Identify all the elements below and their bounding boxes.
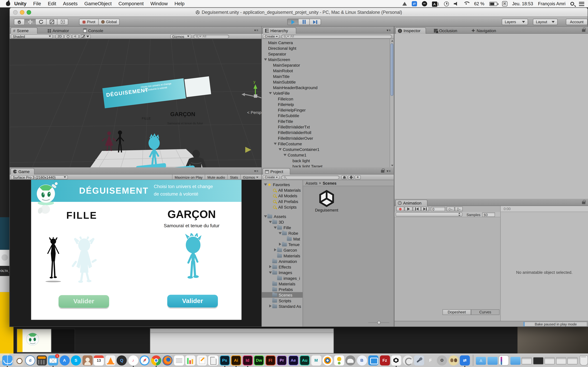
minimized-robot-window[interactable] bbox=[17, 329, 52, 352]
tab-project[interactable]: Project bbox=[263, 168, 290, 175]
dock-photoshop-icon[interactable]: Ps bbox=[220, 355, 230, 366]
dock-contacts-icon[interactable] bbox=[82, 355, 93, 366]
dock-textedit-icon[interactable] bbox=[174, 355, 184, 366]
dock-d-app-icon[interactable]: d bbox=[25, 355, 35, 366]
dopesheet-button[interactable]: Dopesheet bbox=[442, 309, 471, 315]
shading-mode-dropdown[interactable]: Shaded bbox=[11, 34, 53, 38]
tab-console[interactable]: Console bbox=[83, 27, 103, 33]
project-tree-item[interactable]: All Prefabs bbox=[262, 199, 303, 204]
project-tree-item[interactable]: images_i bbox=[262, 275, 303, 281]
dock-unity-icon[interactable] bbox=[391, 355, 401, 366]
hierarchy-item[interactable]: FilleCostume bbox=[262, 141, 389, 146]
play-button[interactable] bbox=[287, 19, 299, 25]
dock-window-browser-icon[interactable] bbox=[522, 355, 532, 366]
dock-premiere-icon[interactable]: Pr bbox=[277, 355, 287, 366]
project-tree-item[interactable]: Standard As bbox=[262, 303, 303, 309]
scene-search-input[interactable]: All bbox=[193, 34, 229, 38]
dock-filezilla-icon[interactable]: Fz bbox=[380, 355, 390, 366]
foldout-closed-icon[interactable] bbox=[269, 304, 272, 308]
clip-dropdown[interactable] bbox=[396, 212, 462, 216]
menu-component[interactable]: Component bbox=[119, 0, 144, 8]
battery-percent[interactable]: 62 % bbox=[474, 1, 484, 7]
gizmos-button[interactable]: Gizmos bbox=[240, 175, 261, 180]
dock-folder-applications-icon[interactable]: A bbox=[476, 355, 486, 366]
hand-tool-button[interactable] bbox=[14, 19, 25, 25]
menu-file[interactable]: File bbox=[33, 0, 41, 8]
tab-game[interactable]: Game bbox=[10, 168, 35, 175]
hierarchy-item[interactable]: FilleBtnValiderRoll bbox=[262, 130, 389, 135]
dock-flash-icon[interactable]: Fl bbox=[265, 355, 276, 366]
dock-itunes-icon[interactable]: ♪ bbox=[128, 355, 138, 366]
project-tree-item[interactable]: Images bbox=[262, 270, 303, 275]
foldout-open-icon[interactable] bbox=[269, 91, 272, 95]
user-name[interactable]: François Amri bbox=[538, 1, 565, 7]
dock-dreamweaver-icon[interactable]: Dw bbox=[254, 355, 264, 366]
dock-art-app-icon[interactable] bbox=[448, 355, 458, 366]
game-resolution-dropdown[interactable]: Surface Pro 3 (2160x1440) bbox=[11, 175, 68, 179]
dock-xcode-icon[interactable] bbox=[414, 355, 424, 366]
maximize-on-play-button[interactable]: Maximize on Play bbox=[172, 175, 205, 180]
dock-libreoffice-icon[interactable] bbox=[208, 355, 218, 366]
google-drive-icon[interactable] bbox=[402, 2, 407, 6]
dock-indesign-icon[interactable]: Id bbox=[242, 355, 252, 366]
project-create-dropdown[interactable]: Create bbox=[263, 175, 279, 179]
dock-quicktime-icon[interactable]: Q bbox=[117, 355, 127, 366]
hierarchy-item[interactable]: FilleBtnValiderOver bbox=[262, 135, 389, 141]
project-tree-item[interactable]: All Models bbox=[262, 193, 303, 199]
spotlight-icon[interactable] bbox=[570, 2, 574, 6]
hierarchy-item[interactable]: FilleHelp bbox=[262, 101, 389, 107]
dock-pages-icon[interactable] bbox=[197, 355, 207, 366]
hierarchy-item[interactable]: MainRobot bbox=[262, 68, 389, 73]
dock-calculator-icon[interactable] bbox=[37, 355, 47, 366]
foldout-open-icon[interactable] bbox=[284, 153, 287, 157]
bake-status-badge[interactable]: Bake paused in play mode bbox=[523, 322, 587, 326]
2d-toggle[interactable]: 2D bbox=[56, 34, 64, 38]
gizmos-dropdown[interactable]: Gizmos bbox=[170, 34, 191, 38]
hierarchy-item[interactable]: MainScreen bbox=[262, 57, 389, 62]
mute-audio-button[interactable]: Mute audio bbox=[205, 175, 227, 180]
dock-document-stack-icon[interactable] bbox=[499, 355, 509, 366]
panel-menu-icon[interactable]: ▾≡ bbox=[387, 169, 391, 173]
foldout-closed-icon[interactable] bbox=[274, 248, 277, 252]
tab-hierarchy[interactable]: Hierarchy bbox=[263, 27, 296, 33]
battery-icon[interactable] bbox=[489, 2, 497, 6]
dock-audition-icon[interactable]: Au bbox=[300, 355, 310, 366]
hierarchy-item[interactable]: VoletFille bbox=[262, 90, 389, 96]
dock-finder-icon[interactable] bbox=[2, 355, 12, 366]
first-key-button[interactable] bbox=[413, 207, 421, 211]
layers-dropdown[interactable]: Layers bbox=[502, 19, 528, 25]
project-tree-item[interactable]: Garcon bbox=[262, 247, 303, 253]
scrollbar-thumb[interactable] bbox=[390, 43, 393, 96]
dock-blender-icon[interactable] bbox=[322, 355, 333, 366]
dock-app-store-icon[interactable]: A bbox=[59, 355, 69, 366]
hierarchy-item[interactable]: MainHeaderBackground bbox=[262, 85, 389, 90]
layout-dropdown[interactable]: Layout bbox=[533, 19, 558, 25]
favorite-search-button[interactable]: ★ bbox=[355, 175, 361, 179]
project-tree-item[interactable]: All Scripts bbox=[262, 204, 303, 210]
foldout-closed-icon[interactable] bbox=[278, 243, 282, 246]
move-tool-button[interactable] bbox=[25, 19, 35, 25]
project-tree-item[interactable]: Effects bbox=[262, 264, 303, 269]
dock-skype-icon[interactable]: S bbox=[71, 355, 81, 366]
dock-monodevelop-icon[interactable] bbox=[403, 355, 413, 366]
foldout-open-icon[interactable] bbox=[274, 226, 277, 229]
fille-silhouette-dark[interactable] bbox=[43, 237, 63, 284]
dock-window-pages-icon[interactable] bbox=[556, 355, 566, 366]
hierarchy-item[interactable]: Costume1 bbox=[262, 152, 389, 158]
curves-button[interactable]: Curves bbox=[471, 309, 500, 315]
lock-icon[interactable] bbox=[381, 170, 384, 173]
garcon-silhouette[interactable] bbox=[181, 233, 205, 283]
dock-mamp-icon[interactable] bbox=[345, 355, 355, 366]
dock-maya-icon[interactable]: M bbox=[311, 355, 321, 366]
menu-help[interactable]: Help bbox=[174, 0, 184, 8]
project-tree-item-selected[interactable]: Scenes bbox=[262, 292, 303, 298]
audio-toggle[interactable] bbox=[72, 34, 79, 38]
project-tree-item[interactable]: ★Favorites bbox=[262, 182, 303, 187]
breadcrumb-assets[interactable]: Assets bbox=[306, 181, 317, 185]
hierarchy-item[interactable]: FilleBtnValiderTxt bbox=[262, 124, 389, 129]
apple-icon[interactable] bbox=[6, 1, 10, 6]
project-tree-item[interactable]: Mat bbox=[262, 236, 303, 242]
dock-window-files-icon[interactable] bbox=[567, 355, 578, 366]
project-zoom-slider[interactable] bbox=[368, 321, 389, 325]
project-search-input[interactable] bbox=[281, 175, 339, 179]
